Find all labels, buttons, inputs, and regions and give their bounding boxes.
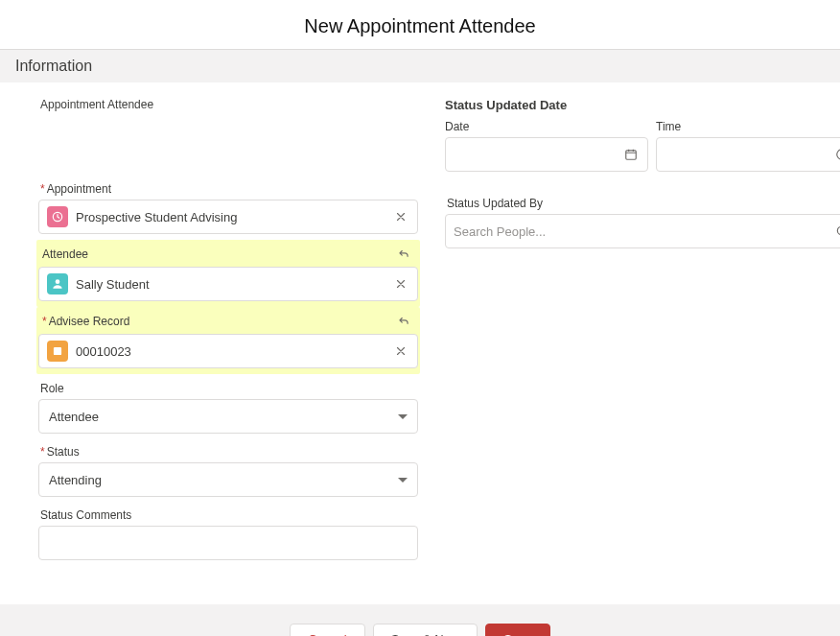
- appointment-record-icon: [47, 206, 68, 227]
- appointment-value: Prospective Student Advising: [76, 210, 385, 224]
- svg-rect-2: [54, 347, 61, 355]
- attendee-clear-button[interactable]: [392, 275, 409, 293]
- advisee-record-undo-button[interactable]: [395, 313, 412, 330]
- status-comments-input[interactable]: [38, 526, 418, 560]
- attendee-lookup[interactable]: Sally Student: [38, 267, 418, 301]
- appointment-clear-button[interactable]: [392, 208, 409, 225]
- time-sublabel: Time: [656, 120, 840, 133]
- role-select[interactable]: Attendee: [38, 399, 418, 434]
- chevron-down-icon: [398, 478, 408, 483]
- status-updated-by-input[interactable]: [454, 224, 826, 239]
- status-updated-date-label: Status Updated Date: [445, 98, 840, 112]
- date-input[interactable]: [445, 137, 648, 172]
- role-label: Role: [38, 382, 418, 395]
- cancel-button[interactable]: Cancel: [290, 624, 364, 636]
- appointment-attendee-label: Appointment Attendee: [38, 98, 418, 111]
- attendee-label: Attendee: [40, 247, 88, 261]
- advisee-record-icon: [47, 341, 68, 362]
- section-header-information: Information: [0, 49, 840, 82]
- attendee-value: Sally Student: [76, 277, 385, 292]
- clock-icon: [833, 146, 840, 163]
- advisee-record-label: Advisee Record: [40, 315, 129, 328]
- status-updated-by-label: Status Updated By: [445, 197, 840, 210]
- svg-point-1: [56, 279, 60, 284]
- appointment-label: Appointment: [38, 182, 418, 196]
- save-and-new-button[interactable]: Save & New: [373, 624, 478, 636]
- calendar-icon: [622, 146, 640, 163]
- role-value: Attendee: [49, 410, 398, 424]
- footer-bar: Cancel Save & New Save: [0, 604, 840, 636]
- date-sublabel: Date: [445, 120, 648, 133]
- advisee-record-lookup[interactable]: 00010023: [38, 334, 418, 368]
- appointment-lookup[interactable]: Prospective Student Advising: [38, 200, 418, 234]
- attendee-undo-button[interactable]: [395, 246, 412, 263]
- status-comments-label: Status Comments: [38, 508, 418, 522]
- chevron-down-icon: [398, 414, 408, 419]
- status-updated-by-lookup[interactable]: [445, 214, 840, 248]
- svg-rect-3: [626, 151, 637, 159]
- advisee-record-clear-button[interactable]: [392, 342, 409, 360]
- time-input[interactable]: [656, 137, 840, 172]
- advisee-record-value: 00010023: [76, 344, 385, 359]
- search-icon: [833, 223, 840, 240]
- contact-record-icon: [47, 273, 68, 294]
- status-select[interactable]: Attending: [38, 462, 418, 497]
- page-title: New Appointment Attendee: [0, 0, 840, 49]
- status-label: Status: [38, 445, 418, 459]
- status-value: Attending: [49, 473, 398, 487]
- save-button[interactable]: Save: [485, 624, 550, 636]
